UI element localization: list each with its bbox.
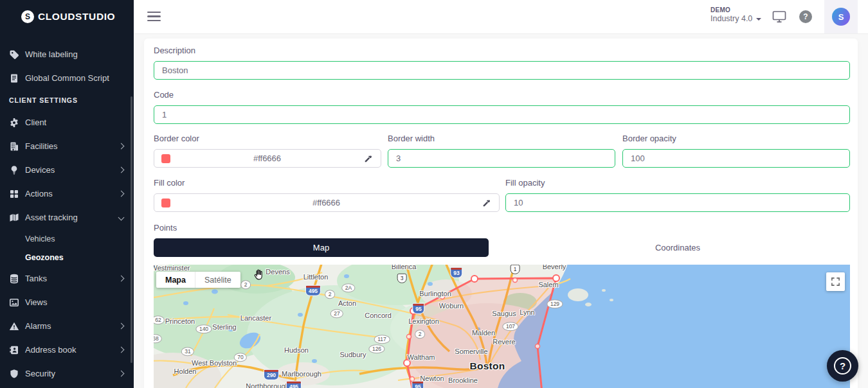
avatar: S [832,8,850,26]
border-color-swatch [161,154,170,163]
geozone-vertex-handle[interactable] [553,275,559,281]
map-type-control: Mapa Satélite [156,272,240,288]
map-icon [9,213,19,223]
sidebar-item-label: Actions [25,189,119,198]
alarm-icon [9,321,19,331]
geozone-midpoint-handle[interactable] [407,335,411,339]
border-width-input[interactable] [388,149,615,168]
fullscreen-icon [831,277,840,287]
grid-icon [9,189,19,199]
geozone-vertex-handle[interactable] [404,360,410,366]
fill-opacity-input[interactable] [505,193,850,212]
chevron-down-icon [756,18,761,21]
chevron-right-icon [118,371,125,377]
tanks-icon [9,274,19,284]
support-fab[interactable]: ? [827,350,858,382]
fill-color-picker[interactable]: #ff6666 [154,193,500,212]
menu-toggle-icon[interactable] [147,12,161,24]
chevron-right-icon [118,191,125,197]
sidebar-item-views[interactable]: Views [0,290,134,314]
tab-coordinates[interactable]: Coordinates [505,238,850,257]
address-book-icon [9,345,19,355]
eyedropper-icon [482,198,491,207]
sidebar-item-label: Alarms [25,321,119,331]
views-icon [9,297,19,308]
chevron-right-icon [118,347,125,353]
geozone-midpoint-handle[interactable] [536,344,540,349]
eyedropper-icon [364,154,373,163]
geozone-midpoint-handle[interactable] [513,278,518,283]
header: DEMO Industry 4.0 ? S [134,0,868,33]
geozone-vertex-handle[interactable] [471,276,478,282]
sidebar-item-alarms[interactable]: Alarms [0,314,134,338]
hand-cursor-icon [251,269,264,281]
question-mark-icon: ? [834,357,851,375]
tenant-value: Industry 4.0 [710,14,752,23]
monitor-icon[interactable] [772,9,787,24]
geozone-form-card: Description Code Border color Border wid… [144,39,858,388]
brand-logo-icon: S [21,10,34,23]
help-icon[interactable]: ? [799,10,812,23]
map-type-button[interactable]: Mapa [156,272,195,288]
code-input[interactable] [154,105,850,124]
sidebar-item-asset-tracking[interactable]: Asset tracking [0,206,134,229]
sidebar-item-vehicles[interactable]: Vehicles [0,229,134,248]
description-input[interactable] [154,61,850,80]
sidebar-item-label: Vehicles [25,234,55,243]
sidebar-item-white-labeling[interactable]: White labeling [0,42,134,66]
sidebar-item-label: Asset tracking [25,213,119,222]
sidebar-item-tanks[interactable]: Tanks [0,267,134,290]
sidebar-item-label: Global Common Script [25,73,123,83]
avatar-container[interactable]: S [824,0,858,33]
sidebar-item-security[interactable]: Security [0,362,134,385]
fullscreen-button[interactable] [826,272,845,291]
chevron-right-icon [118,323,125,330]
fill-color-value: #ff6666 [170,198,482,207]
geozone-midpoint-handle[interactable] [440,295,445,299]
border-width-label: Border width [388,134,435,143]
satellite-type-button[interactable]: Satélite [195,272,240,288]
bulb-icon [9,165,19,175]
sidebar-item-label: Facilities [25,141,119,151]
border-opacity-label: Border opacity [622,134,676,143]
sidebar-item-global-common-script[interactable]: Global Common Script [0,66,134,90]
sidebar-item-geozones[interactable]: Geozones [0,248,134,267]
sidebar-item-facilities[interactable]: Facilities [0,134,134,158]
map-canvas[interactable]: WestminsterDevensLittletonBillericaBever… [154,265,850,388]
border-color-label: Border color [154,134,199,143]
border-opacity-input[interactable] [622,149,850,168]
gear-icon [9,118,19,128]
brand-name: CLOUDSTUDIO [38,11,115,22]
chevron-right-icon [118,276,125,282]
sidebar-item-label: Tanks [25,274,119,283]
sidebar-item-label: Address book [25,345,119,355]
sidebar-item-client[interactable]: Client [0,110,134,134]
chevron-down-icon [118,215,125,221]
tenant-label: DEMO [710,6,775,13]
sidebar-item-actions[interactable]: Actions [0,182,134,206]
code-label: Code [154,90,174,100]
shield-icon [9,369,19,379]
sidebar-item-address-book[interactable]: Address book [0,338,134,362]
border-color-value: #ff6666 [170,154,364,163]
geozone-midpoint-handle[interactable] [410,377,415,382]
brand-logo[interactable]: S CLOUDSTUDIO [0,0,134,33]
tenant-switcher[interactable]: DEMO Industry 4.0 [710,6,775,23]
geozone-vertex-handle[interactable] [410,308,417,314]
script-icon [9,73,19,84]
sidebar-item-devices[interactable]: Devices [0,158,134,182]
border-color-picker[interactable]: #ff6666 [154,149,381,168]
sidebar-item-label: Security [25,369,119,378]
building-icon [9,141,19,152]
chevron-right-icon [118,167,125,173]
tab-map[interactable]: Map [154,238,489,257]
fill-opacity-label: Fill opacity [505,178,545,188]
sidebar-scrollbar[interactable] [131,96,132,363]
sidebar-item-label: Devices [25,165,119,175]
map-base-layer [154,265,850,388]
sidebar-section-label: CLIENT SETTINGS [0,90,134,110]
sidebar-item-label: Views [25,297,123,307]
sidebar-nav: White labelingGlobal Common ScriptCLIENT… [0,33,134,385]
sidebar: S CLOUDSTUDIO White labelingGlobal Commo… [0,0,134,388]
fill-color-label: Fill color [154,178,185,188]
